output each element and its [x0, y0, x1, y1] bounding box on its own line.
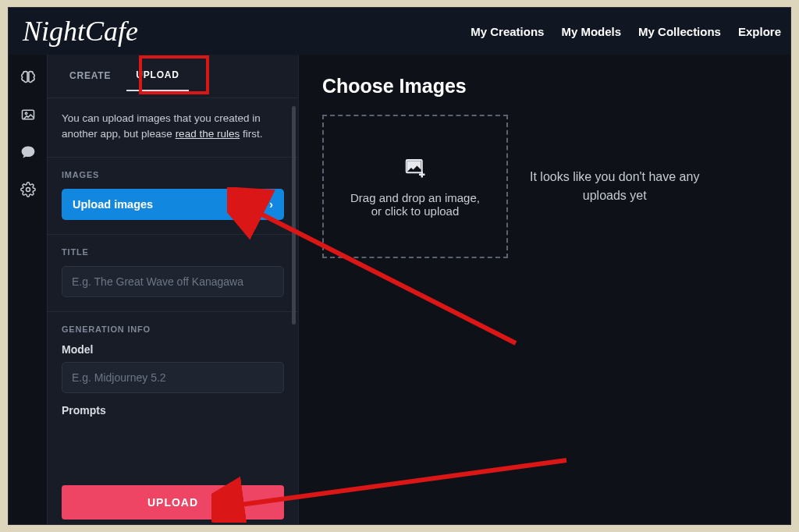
help-text-suffix: first.	[240, 128, 262, 140]
generation-info-label: GENERATION INFO	[62, 325, 284, 334]
dropzone-line2: or click to upload	[350, 204, 480, 218]
title-input[interactable]	[62, 266, 284, 297]
upload-images-button-label: Upload images	[73, 198, 153, 211]
images-section: IMAGES Upload images ›	[48, 158, 298, 235]
upload-images-button[interactable]: Upload images ›	[62, 189, 284, 220]
icon-rail	[9, 55, 48, 524]
empty-line2: uploads yet	[530, 186, 699, 205]
dropzone[interactable]: Drag and drop an image, or click to uplo…	[322, 115, 508, 258]
chat-icon[interactable]	[20, 144, 37, 161]
dropzone-text: Drag and drop an image, or click to uplo…	[350, 191, 480, 218]
chevron-right-icon: ›	[269, 198, 273, 211]
images-label: IMAGES	[62, 170, 284, 179]
title-section: TITLE	[48, 235, 298, 312]
body: CREATE UPLOAD You can upload images that…	[9, 55, 790, 524]
dropzone-line1: Drag and drop an image,	[350, 191, 480, 204]
title-label: TITLE	[62, 247, 284, 257]
empty-state-message: It looks like you don't have any uploads…	[530, 168, 699, 205]
topbar: NightCafe My Creations My Models My Coll…	[9, 8, 790, 55]
nav-my-creations[interactable]: My Creations	[471, 25, 544, 38]
model-input[interactable]	[62, 362, 284, 393]
top-nav: My Creations My Models My Collections Ex…	[471, 25, 781, 38]
generation-info-section: GENERATION INFO Model Prompts	[48, 312, 298, 431]
nav-my-collections[interactable]: My Collections	[638, 25, 721, 38]
gear-icon[interactable]	[20, 181, 37, 198]
panel-scroll[interactable]: You can upload images that you created i…	[48, 98, 298, 524]
brain-icon[interactable]	[20, 69, 37, 86]
model-label: Model	[62, 343, 284, 356]
panel-tabs: CREATE UPLOAD	[48, 55, 298, 98]
upload-submit-button[interactable]: UPLOAD	[62, 485, 284, 520]
app-frame: NightCafe My Creations My Models My Coll…	[8, 7, 791, 525]
prompts-label: Prompts	[62, 404, 284, 417]
svg-point-1	[25, 112, 27, 115]
tab-create[interactable]: CREATE	[60, 62, 120, 90]
svg-point-2	[26, 188, 30, 192]
read-rules-link[interactable]: read the rules	[176, 128, 240, 140]
empty-line1: It looks like you don't have any	[530, 168, 699, 186]
main-content: Choose Images Drag and drop an image, or…	[299, 55, 790, 524]
side-panel: CREATE UPLOAD You can upload images that…	[48, 55, 299, 524]
help-text: You can upload images that you created i…	[62, 111, 284, 143]
tab-upload[interactable]: UPLOAD	[126, 62, 188, 91]
image-icon[interactable]	[20, 106, 37, 123]
main-row: Drag and drop an image, or click to uplo…	[322, 115, 767, 258]
help-section: You can upload images that you created i…	[48, 98, 298, 158]
nav-explore[interactable]: Explore	[738, 25, 781, 38]
main-heading: Choose Images	[322, 75, 767, 98]
nav-my-models[interactable]: My Models	[561, 25, 621, 38]
brand-logo[interactable]: NightCafe	[23, 15, 138, 48]
image-add-icon	[403, 156, 427, 182]
